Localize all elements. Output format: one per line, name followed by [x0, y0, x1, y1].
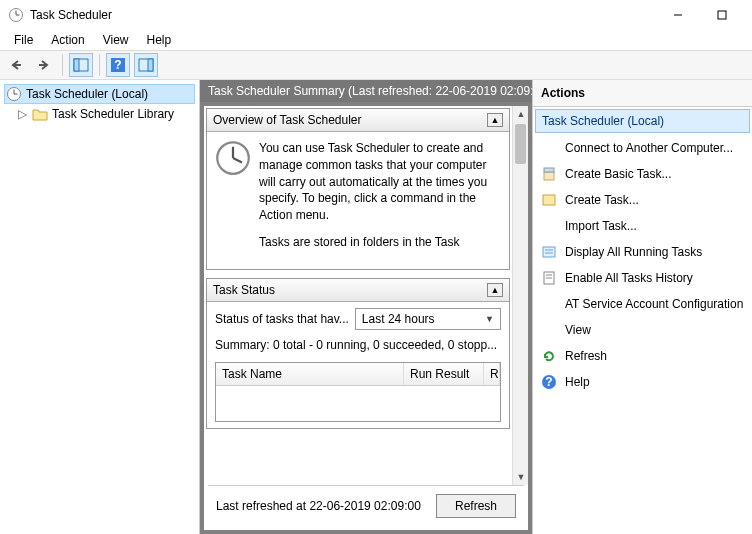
- maximize-button[interactable]: [700, 0, 744, 30]
- running-tasks-icon: [541, 244, 557, 260]
- collapse-icon[interactable]: ▲: [487, 283, 503, 297]
- task-status-header[interactable]: Task Status ▲: [207, 279, 509, 302]
- svg-rect-12: [148, 59, 153, 71]
- minimize-button[interactable]: [656, 0, 700, 30]
- overview-panel: Overview of Task Scheduler ▲ You can use…: [206, 108, 510, 270]
- action-label: Import Task...: [565, 219, 637, 233]
- tree-library-label: Task Scheduler Library: [52, 107, 174, 121]
- action-label: Connect to Another Computer...: [565, 141, 733, 155]
- task-status-grid[interactable]: Task Name Run Result R: [215, 362, 501, 422]
- action-label: View: [565, 323, 591, 337]
- tree-root-task-scheduler-local[interactable]: Task Scheduler (Local): [4, 84, 195, 104]
- menu-help[interactable]: Help: [139, 31, 180, 49]
- summary-footer: Last refreshed at 22-06-2019 02:09:00 Re…: [208, 485, 524, 526]
- actions-pane: Actions Task Scheduler (Local) Connect t…: [532, 80, 752, 534]
- toolbar-separator: [99, 54, 100, 76]
- help-icon: ?: [541, 374, 557, 390]
- column-task-name[interactable]: Task Name: [216, 363, 404, 385]
- action-label: Display All Running Tasks: [565, 245, 702, 259]
- toolbar-separator: [62, 54, 63, 76]
- action-display-all-running-tasks[interactable]: Display All Running Tasks: [533, 239, 752, 265]
- help-button[interactable]: ?: [106, 53, 130, 77]
- expand-icon[interactable]: ▷: [18, 107, 28, 121]
- status-summary-text: Summary: 0 total - 0 running, 0 succeede…: [215, 338, 501, 352]
- chevron-down-icon: ▼: [485, 314, 494, 324]
- computer-icon: [541, 140, 557, 156]
- action-label: Refresh: [565, 349, 607, 363]
- status-period-select[interactable]: Last 24 hours ▼: [355, 308, 501, 330]
- wizard-icon: [541, 166, 557, 182]
- last-refreshed-text: Last refreshed at 22-06-2019 02:09:00: [216, 499, 421, 513]
- overview-text-1: You can use Task Scheduler to create and…: [259, 140, 501, 224]
- svg-rect-20: [544, 168, 554, 172]
- account-icon: [541, 296, 557, 312]
- actions-header: Actions: [533, 80, 752, 107]
- menu-bar: File Action View Help: [0, 30, 752, 50]
- action-refresh[interactable]: Refresh: [533, 343, 752, 369]
- import-icon: [541, 218, 557, 234]
- action-connect-to-another-computer[interactable]: Connect to Another Computer...: [533, 135, 752, 161]
- svg-rect-21: [543, 195, 555, 205]
- refresh-icon: [541, 348, 557, 364]
- status-label: Status of tasks that hav...: [215, 312, 349, 326]
- vertical-scrollbar[interactable]: ▲ ▼: [512, 106, 528, 485]
- collapse-icon[interactable]: ▲: [487, 113, 503, 127]
- action-create-task[interactable]: Create Task...: [533, 187, 752, 213]
- svg-rect-4: [718, 11, 726, 19]
- clock-icon: [6, 86, 22, 102]
- action-enable-all-tasks-history[interactable]: Enable All Tasks History: [533, 265, 752, 291]
- action-label: Enable All Tasks History: [565, 271, 693, 285]
- status-period-value: Last 24 hours: [362, 312, 435, 326]
- tree-root-label: Task Scheduler (Local): [26, 87, 148, 101]
- refresh-button[interactable]: Refresh: [436, 494, 516, 518]
- menu-file[interactable]: File: [6, 31, 41, 49]
- action-label: Create Task...: [565, 193, 639, 207]
- overview-text-2: Tasks are stored in folders in the Task: [259, 234, 501, 251]
- task-icon: [541, 192, 557, 208]
- column-run-result[interactable]: Run Result: [404, 363, 484, 385]
- svg-rect-19: [544, 172, 554, 180]
- svg-rect-22: [543, 247, 555, 257]
- action-at-service-account-configuration[interactable]: AT Service Account Configuration: [533, 291, 752, 317]
- forward-button[interactable]: [32, 53, 56, 77]
- scroll-down-icon[interactable]: ▼: [513, 469, 528, 485]
- center-pane: Task Scheduler Summary (Last refreshed: …: [200, 80, 532, 534]
- action-import-task[interactable]: Import Task...: [533, 213, 752, 239]
- window-title: Task Scheduler: [30, 8, 112, 22]
- task-status-panel: Task Status ▲ Status of tasks that hav..…: [206, 278, 510, 429]
- summary-header: Task Scheduler Summary (Last refreshed: …: [200, 80, 532, 102]
- action-help[interactable]: ? Help: [533, 369, 752, 395]
- svg-text:?: ?: [545, 375, 552, 389]
- console-tree: Task Scheduler (Local) ▷ Task Scheduler …: [0, 80, 200, 534]
- overview-clock-icon: [215, 140, 251, 261]
- menu-view[interactable]: View: [95, 31, 137, 49]
- history-icon: [541, 270, 557, 286]
- task-status-title: Task Status: [213, 283, 275, 297]
- svg-text:?: ?: [114, 58, 121, 72]
- show-hide-action-pane-button[interactable]: [134, 53, 158, 77]
- action-label: Help: [565, 375, 590, 389]
- action-label: Create Basic Task...: [565, 167, 672, 181]
- main-area: Task Scheduler (Local) ▷ Task Scheduler …: [0, 80, 752, 534]
- view-icon: [541, 322, 557, 338]
- app-clock-icon: [8, 7, 24, 23]
- action-view[interactable]: View: [533, 317, 752, 343]
- tree-task-scheduler-library[interactable]: ▷ Task Scheduler Library: [4, 104, 195, 124]
- column-r[interactable]: R: [484, 363, 500, 385]
- back-button[interactable]: [4, 53, 28, 77]
- overview-panel-header[interactable]: Overview of Task Scheduler ▲: [207, 109, 509, 132]
- action-create-basic-task[interactable]: Create Basic Task...: [533, 161, 752, 187]
- title-bar: Task Scheduler: [0, 0, 752, 30]
- svg-rect-8: [74, 59, 79, 71]
- actions-scope-label: Task Scheduler (Local): [535, 109, 750, 133]
- folder-icon: [32, 106, 48, 122]
- scroll-up-icon[interactable]: ▲: [513, 106, 528, 122]
- action-label: AT Service Account Configuration: [565, 297, 743, 311]
- toolbar: ?: [0, 50, 752, 80]
- overview-panel-title: Overview of Task Scheduler: [213, 113, 362, 127]
- menu-action[interactable]: Action: [43, 31, 92, 49]
- scrollbar-thumb[interactable]: [515, 124, 526, 164]
- show-hide-console-tree-button[interactable]: [69, 53, 93, 77]
